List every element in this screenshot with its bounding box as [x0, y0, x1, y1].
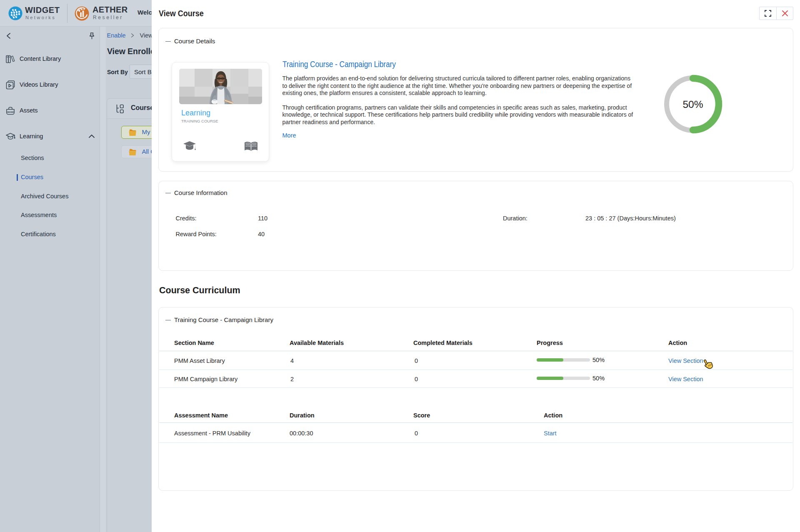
svg-text:50%: 50% — [682, 99, 703, 110]
